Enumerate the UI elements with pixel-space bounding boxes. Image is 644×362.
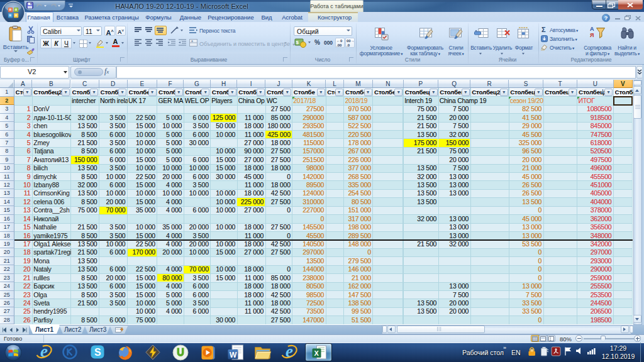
svg-text:X: X — [314, 349, 319, 357]
svg-text:$: $ — [296, 40, 299, 45]
svg-text:S: S — [94, 347, 101, 358]
svg-text:W: W — [230, 350, 237, 359]
svg-text:a: a — [191, 39, 193, 43]
